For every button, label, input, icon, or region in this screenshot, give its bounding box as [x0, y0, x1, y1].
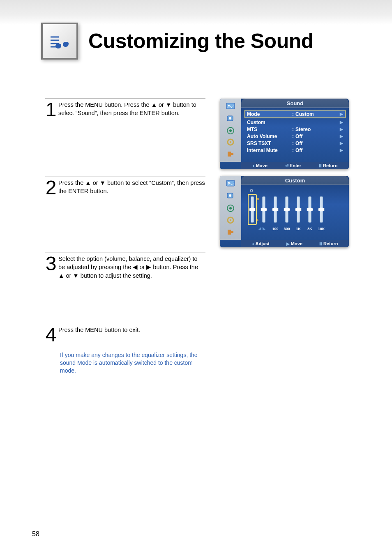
divider — [45, 177, 205, 177]
eq-slider[interactable]: ◢ ◣ — [260, 195, 267, 224]
chevron-right-icon: ▶ — [340, 134, 343, 138]
row-value: Off — [295, 147, 340, 153]
return-label: Return — [323, 241, 338, 246]
osd-custom-menu: Custom 0 RL◢ ◣ 1003001K3K10K ♦Adjust ▶Mo… — [220, 176, 349, 247]
step-3: 3 Select the option (volume, balance, an… — [45, 253, 205, 280]
osd-category-tabs — [220, 99, 241, 162]
return-hint: ⅢReturn — [319, 241, 338, 246]
enter-label: Enter — [290, 163, 301, 168]
step-text: Press the MENU button to exit. — [58, 326, 205, 334]
sound-tab-icon[interactable] — [225, 191, 236, 200]
osd-title: Custom — [241, 176, 349, 185]
row-value: Off — [295, 140, 340, 146]
band-label: 10K — [318, 227, 325, 231]
balance-arrows-icon: ◢ ◣ — [258, 226, 265, 230]
chevron-right-icon: ▶ — [340, 127, 343, 131]
equalizer-band-labels: 1003001K3K10K — [272, 227, 341, 231]
colon: : — [292, 127, 295, 132]
step-1: 1 Press the MENU button. Press the ▲ or … — [45, 99, 205, 118]
header-band — [0, 0, 392, 25]
return-icon: Ⅲ — [319, 164, 322, 168]
band-label: 3K — [306, 227, 314, 231]
row-value: Stereo — [295, 127, 340, 132]
chevron-right-icon: ▶ — [340, 120, 343, 124]
page-header: Customizing the Sound — [41, 23, 314, 60]
svg-point-15 — [229, 194, 231, 197]
step-number: 4 — [45, 326, 57, 343]
r-label: R — [257, 197, 259, 201]
equalizer-panel: 0 RL◢ ◣ 1003001K3K10K — [241, 185, 349, 232]
setup-tab-icon[interactable] — [225, 215, 236, 225]
step-number: 2 — [45, 179, 57, 196]
step-text: Press the ▲ or ▼ button to select “Custo… — [58, 179, 205, 196]
row-label: MTS — [247, 127, 292, 132]
osd-category-tabs — [220, 176, 241, 240]
l-label: L — [257, 218, 259, 222]
menu-row-srs-tsxt[interactable]: SRS TSXT:Off▶ — [245, 140, 345, 147]
colon: : — [292, 140, 295, 146]
eq-slider[interactable] — [306, 195, 314, 224]
menu-row-custom[interactable]: Custom▶ — [245, 119, 345, 126]
row-value: Custom — [295, 111, 340, 117]
osd-menu-list: Mode:Custom▶Custom▶MTS:Stereo▶Auto Volum… — [241, 108, 349, 155]
colon: : — [292, 134, 295, 139]
divider — [45, 324, 205, 324]
move-hint: ▶Move — [286, 241, 302, 246]
row-label: Custom — [247, 120, 292, 125]
chevron-right-icon: ▶ — [340, 141, 343, 145]
menu-row-internal-mute[interactable]: Internal Mute:Off▶ — [245, 147, 345, 154]
eq-slider[interactable]: RL — [249, 195, 256, 224]
row-label: Auto Volume — [247, 134, 292, 139]
move-label: Move — [256, 163, 267, 168]
eq-slider[interactable] — [283, 195, 291, 224]
sound-section-icon — [41, 23, 78, 60]
osd-footer: ♦Adjust ▶Move ⅢReturn — [241, 240, 349, 247]
band-label: 1K — [295, 227, 302, 231]
band-label: 300 — [283, 227, 291, 231]
input-tab-icon[interactable] — [225, 149, 236, 159]
enter-hint: ⏎Enter — [285, 163, 301, 168]
equalizer-sliders: RL◢ ◣ — [249, 194, 341, 225]
svg-point-7 — [229, 117, 231, 120]
picture-tab-icon[interactable] — [225, 179, 236, 189]
channel-tab-icon[interactable] — [225, 203, 236, 213]
channel-tab-icon[interactable] — [225, 125, 236, 135]
chevron-right-icon: ▶ — [340, 148, 343, 152]
svg-point-11 — [230, 141, 231, 143]
svg-point-9 — [229, 129, 232, 132]
svg-point-19 — [230, 219, 231, 221]
step-number: 1 — [45, 101, 57, 118]
updown-icon: ♦ — [252, 242, 254, 246]
input-tab-icon[interactable] — [225, 227, 236, 237]
step-text: Select the option (volume, balance, and … — [58, 255, 205, 280]
current-value: 0 — [250, 188, 341, 193]
note-text: If you make any changes to the equalizer… — [60, 351, 208, 375]
eq-slider[interactable] — [272, 195, 279, 224]
updown-icon: ♦ — [253, 164, 255, 168]
row-value: Off — [295, 134, 340, 139]
osd-sound-menu: Sound Mode:Custom▶Custom▶MTS:Stereo▶Auto… — [220, 99, 349, 169]
menu-row-mts[interactable]: MTS:Stereo▶ — [245, 126, 345, 133]
row-label: Mode — [247, 111, 292, 117]
chevron-right-icon: ▶ — [340, 112, 343, 116]
step-2: 2 Press the ▲ or ▼ button to select “Cus… — [45, 177, 205, 196]
adjust-hint: ♦Adjust — [252, 241, 270, 246]
osd-title: Sound — [241, 99, 349, 108]
step-number: 3 — [45, 255, 57, 272]
menu-row-mode[interactable]: Mode:Custom▶ — [244, 110, 346, 118]
eq-slider[interactable] — [318, 195, 325, 224]
setup-tab-icon[interactable] — [225, 137, 236, 147]
return-hint: ⅢReturn — [319, 163, 337, 168]
menu-row-auto-volume[interactable]: Auto Volume:Off▶ — [245, 133, 345, 140]
row-label: Internal Mute — [247, 147, 292, 153]
picture-tab-icon[interactable] — [225, 101, 236, 111]
eq-slider[interactable] — [295, 195, 302, 224]
osd-footer: ♦Move ⏎Enter ⅢReturn — [241, 162, 349, 169]
adjust-label: Adjust — [256, 241, 270, 246]
row-label: SRS TSXT — [247, 140, 292, 146]
svg-point-17 — [229, 207, 232, 210]
divider — [45, 99, 205, 99]
step-text: Press the MENU button. Press the ▲ or ▼ … — [58, 101, 205, 117]
right-icon: ▶ — [286, 242, 290, 246]
sound-tab-icon[interactable] — [225, 113, 236, 123]
